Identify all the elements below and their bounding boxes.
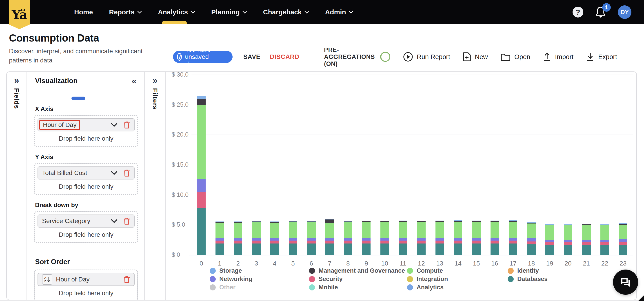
bar-segment-security-h18[interactable]	[527, 242, 536, 244]
bar-segment-storage-h22[interactable]	[600, 224, 609, 225]
bar-segment-management-and-governance-h14[interactable]	[454, 221, 462, 222]
legend-item-security[interactable]: Security	[309, 276, 405, 282]
bar-segment-compute-h23[interactable]	[619, 225, 627, 239]
bar-segment-networking-h7[interactable]	[325, 238, 334, 240]
bar-segment-compute-h2[interactable]	[234, 222, 242, 238]
bar-segment-networking-h3[interactable]	[252, 238, 261, 240]
bar-segment-compute-h11[interactable]	[399, 222, 408, 238]
trash-icon[interactable]	[123, 121, 130, 129]
bar-segment-storage-h13[interactable]	[436, 220, 444, 221]
bar-segment-security-h6[interactable]	[307, 240, 316, 244]
bar-segment-security-h15[interactable]	[472, 240, 481, 244]
bar-segment-security-h12[interactable]	[417, 240, 426, 244]
legend-item-other[interactable]: Other	[210, 284, 252, 291]
bar-segment-security-h11[interactable]	[399, 240, 408, 244]
bar-segment-databases-h8[interactable]	[344, 244, 352, 255]
bar-segment-networking-h13[interactable]	[436, 238, 444, 240]
bar-segment-security-h17[interactable]	[509, 240, 517, 244]
bar-segment-databases-h10[interactable]	[380, 244, 389, 255]
preaggregations-toggle[interactable]	[380, 52, 390, 62]
bar-segment-networking-h14[interactable]	[454, 238, 462, 240]
bar-segment-management-and-governance-h17[interactable]	[509, 221, 517, 222]
chart-type-scrollbar[interactable]	[72, 96, 86, 100]
bar-segment-security-h22[interactable]	[600, 242, 609, 245]
bar-segment-storage-h10[interactable]	[380, 221, 389, 221]
bar-segment-security-h14[interactable]	[454, 240, 462, 244]
discard-button[interactable]: DISCARD	[270, 53, 299, 60]
bar-segment-compute-h4[interactable]	[270, 222, 279, 238]
collapse-visualization-icon[interactable]: «	[132, 76, 136, 86]
bar-segment-databases-h17[interactable]	[509, 244, 517, 255]
help-icon[interactable]: ?	[572, 7, 583, 18]
bar-segment-storage-h17[interactable]	[509, 220, 517, 220]
bar-segment-networking-h5[interactable]	[289, 238, 297, 240]
bar-segment-storage-h16[interactable]	[490, 220, 499, 221]
bar-segment-management-and-governance-h8[interactable]	[344, 222, 352, 222]
bar-segment-compute-h13[interactable]	[436, 222, 444, 238]
bar-segment-compute-h1[interactable]	[216, 222, 224, 238]
bar-segment-networking-h16[interactable]	[490, 238, 499, 240]
bar-segment-databases-h7[interactable]	[325, 244, 334, 255]
trash-icon[interactable]	[123, 276, 130, 283]
trash-icon[interactable]	[123, 217, 130, 225]
legend-item-identity[interactable]: Identity	[508, 267, 548, 274]
nav-item-chargeback[interactable]: Chargeback	[263, 0, 309, 24]
open-report-button[interactable]: Open	[500, 52, 530, 61]
bar-segment-databases-h3[interactable]	[252, 244, 261, 255]
bar-segment-storage-h21[interactable]	[582, 224, 591, 224]
bar-segment-networking-h15[interactable]	[472, 238, 481, 240]
bar-segment-networking-h19[interactable]	[545, 240, 554, 242]
bar-segment-security-h4[interactable]	[270, 240, 279, 244]
bar-segment-security-h10[interactable]	[380, 240, 389, 244]
bar-segment-compute-h0[interactable]	[197, 105, 206, 179]
bar-segment-compute-h17[interactable]	[509, 222, 517, 238]
bar-segment-storage-h14[interactable]	[454, 220, 462, 221]
bar-segment-management-and-governance-h7[interactable]	[325, 219, 334, 223]
bar-segment-compute-h10[interactable]	[380, 222, 389, 238]
import-button[interactable]: Import	[543, 52, 574, 62]
bar-segment-databases-h6[interactable]	[307, 244, 316, 255]
breakdown-select[interactable]: Service Category	[38, 214, 134, 228]
bar-segment-compute-h7[interactable]	[325, 223, 334, 238]
bar-segment-compute-h21[interactable]	[582, 225, 591, 240]
bar-segment-storage-h2[interactable]	[234, 222, 242, 222]
bar-segment-storage-h8[interactable]	[344, 221, 352, 222]
bar-segment-storage-h0[interactable]	[197, 96, 206, 99]
bar-segment-networking-h10[interactable]	[380, 238, 389, 240]
bar-segment-security-h23[interactable]	[619, 242, 627, 245]
bar-segment-networking-h6[interactable]	[307, 238, 316, 240]
bar-segment-networking-h4[interactable]	[270, 238, 279, 240]
bar-segment-databases-h22[interactable]	[600, 245, 609, 255]
avatar[interactable]: DY	[618, 6, 632, 19]
y-axis-select[interactable]: Total Billed Cost	[38, 166, 134, 180]
legend-item-analytics[interactable]: Analytics	[407, 284, 448, 291]
bar-segment-compute-h18[interactable]	[527, 224, 536, 238]
bar-segment-compute-h9[interactable]	[362, 222, 370, 238]
bar-segment-management-and-governance-h19[interactable]	[545, 225, 554, 225]
bar-segment-networking-h18[interactable]	[527, 238, 536, 241]
bar-segment-compute-h14[interactable]	[454, 222, 462, 238]
bar-segment-networking-h1[interactable]	[216, 238, 224, 240]
nav-item-analytics[interactable]: Analytics	[158, 0, 195, 24]
bar-segment-databases-h18[interactable]	[527, 244, 536, 255]
bar-segment-databases-h0[interactable]	[197, 208, 206, 255]
bar-segment-databases-h19[interactable]	[545, 245, 554, 255]
bar-segment-security-h8[interactable]	[344, 240, 352, 244]
bar-segment-storage-h1[interactable]	[216, 222, 224, 222]
bar-segment-storage-h11[interactable]	[399, 220, 408, 221]
notifications-bell[interactable]: 1	[595, 6, 606, 18]
legend-item-networking[interactable]: Networking	[210, 276, 252, 282]
bar-segment-databases-h14[interactable]	[454, 244, 462, 255]
breakdown-dropzone[interactable]: Service Category Drop field here only	[34, 211, 138, 243]
sort-order-item[interactable]: AZ Hour of Day	[38, 273, 134, 286]
bar-segment-management-and-governance-h20[interactable]	[564, 225, 572, 225]
bar-segment-storage-h18[interactable]	[527, 222, 536, 223]
bar-segment-security-h0[interactable]	[197, 192, 206, 208]
bar-segment-networking-h22[interactable]	[600, 240, 609, 242]
chevron-down-icon[interactable]	[111, 123, 118, 127]
legend-item-compute[interactable]: Compute	[407, 267, 448, 274]
bar-segment-networking-h12[interactable]	[417, 238, 426, 240]
x-axis-select[interactable]: Hour of Day	[38, 118, 134, 132]
bar-segment-networking-h9[interactable]	[362, 238, 370, 240]
bar-segment-security-h1[interactable]	[216, 240, 224, 244]
